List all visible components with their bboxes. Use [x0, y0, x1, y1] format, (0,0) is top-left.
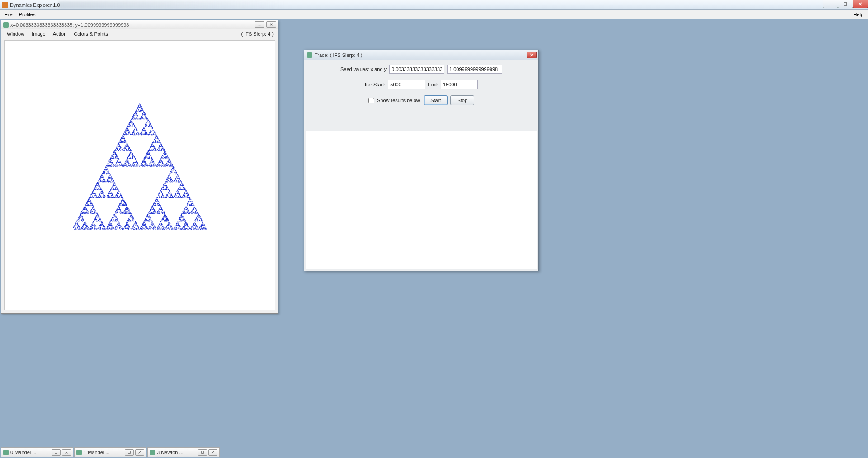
close-button[interactable] [208, 449, 217, 456]
close-button[interactable] [62, 449, 71, 456]
fractal-window-title: x=0.0033333333333333335; y=1.00999999999… [10, 22, 129, 28]
stop-button[interactable]: Stop [450, 95, 474, 105]
iter-end-label: End: [428, 82, 438, 87]
iter-end-input[interactable] [441, 80, 478, 89]
close-button[interactable] [853, 0, 868, 8]
svg-rect-1 [844, 3, 847, 5]
minimized-window[interactable]: 0:Mandel ... [1, 447, 73, 457]
restore-button[interactable] [125, 449, 134, 456]
menu-help[interactable]: Help [850, 11, 866, 18]
iter-start-input[interactable] [388, 80, 425, 89]
close-icon [530, 53, 533, 57]
trace-dialog: Trace: ( IFS Sierp: 4 ) Seed values: x a… [304, 50, 539, 271]
start-button[interactable]: Start [424, 95, 448, 105]
fractal-close-button[interactable] [266, 21, 276, 28]
fractal-window-titlebar[interactable]: x=0.0033333333333333335; y=1.00999999999… [1, 20, 278, 29]
iter-start-label: Iter Start: [365, 82, 385, 87]
trace-title: Trace: ( IFS Sierp: 4 ) [315, 52, 362, 58]
restore-button[interactable] [52, 449, 61, 456]
maximize-button[interactable] [838, 0, 853, 8]
minimized-label: 0:Mandel ... [10, 450, 50, 455]
workspace-area: x=0.0033333333333333335; y=1.00999999999… [0, 19, 868, 458]
minimized-windows-bar: 0:Mandel ... 1:Mandel ... 3:Newton ... [1, 447, 220, 457]
minimized-window[interactable]: 1:Mandel ... [74, 447, 146, 457]
close-button[interactable] [135, 449, 144, 456]
menu-action[interactable]: Action [50, 30, 70, 38]
seed-x-input[interactable] [389, 65, 444, 74]
fractal-window: x=0.0033333333333333335; y=1.00999999999… [1, 20, 278, 314]
minimized-window[interactable]: 3:Newton ... [147, 447, 220, 457]
menu-image[interactable]: Image [29, 30, 48, 38]
os-titlebar: Dynamics Explorer 1.0 [0, 0, 868, 10]
svg-rect-15 [202, 451, 204, 454]
minimize-icon [257, 23, 262, 26]
window-icon [3, 450, 9, 455]
restore-icon [127, 451, 132, 454]
app-title: Dynamics Explorer 1.0 [10, 2, 60, 8]
svg-rect-12 [128, 451, 131, 454]
fractal-menubar: Window Image Action Colors & Points ( IF… [1, 29, 278, 38]
trace-close-button[interactable] [527, 52, 537, 58]
restore-icon [54, 451, 58, 454]
menu-window[interactable]: Window [4, 30, 27, 38]
fractal-minimize-button[interactable] [255, 21, 264, 28]
svg-rect-9 [55, 451, 57, 454]
restore-icon [200, 451, 205, 454]
close-icon [64, 451, 69, 454]
close-icon [137, 451, 142, 454]
close-icon [858, 2, 863, 6]
sierpinski-triangle-icon [5, 41, 275, 310]
minimized-label: 3:Newton ... [157, 450, 196, 455]
window-icon [76, 450, 82, 455]
trace-titlebar[interactable]: Trace: ( IFS Sierp: 4 ) [304, 50, 538, 60]
restore-button[interactable] [198, 449, 207, 456]
fractal-tag: ( IFS Sierp: 4 ) [241, 31, 275, 37]
minimize-button[interactable] [823, 0, 838, 8]
seed-y-input[interactable] [447, 65, 502, 74]
seed-label: Seed values: x and y [340, 66, 387, 72]
menu-colors-points[interactable]: Colors & Points [71, 30, 111, 38]
maximize-icon [843, 2, 848, 6]
show-results-checkbox[interactable] [368, 98, 374, 103]
window-icon [150, 450, 155, 455]
minimize-icon [828, 2, 833, 6]
show-results-label: Show results below. [377, 98, 421, 103]
close-icon [211, 451, 215, 454]
minimized-label: 1:Mandel ... [84, 450, 123, 455]
menu-file[interactable]: File [2, 11, 15, 18]
close-icon [269, 23, 274, 26]
menu-profiles[interactable]: Profiles [16, 11, 38, 18]
background-tabs-blur [59, 1, 285, 9]
window-icon [307, 52, 312, 58]
fractal-canvas[interactable] [4, 40, 275, 310]
window-icon [3, 22, 9, 28]
trace-results-area [306, 131, 537, 269]
app-menubar: File Profiles Help [0, 10, 868, 19]
app-icon [2, 2, 8, 8]
